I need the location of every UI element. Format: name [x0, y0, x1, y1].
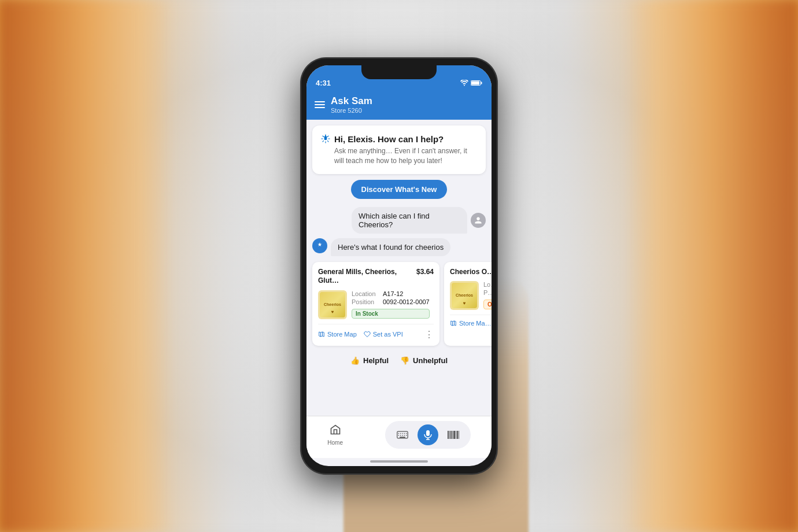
home-icon — [330, 424, 341, 438]
position-label-1: Position — [352, 298, 380, 305]
svg-rect-24 — [426, 430, 430, 436]
products-row: General Mills, Cheerios, Glut… $3.64 Che… — [306, 258, 492, 349]
bot-message: Here's what I found for cheerios — [312, 238, 450, 256]
product-card-2: Cheerios O… Cheerios ♥ L — [444, 262, 492, 346]
home-label: Home — [327, 439, 343, 446]
thumbs-down-icon: 👎 — [400, 356, 409, 365]
scroll-content[interactable]: Hi, Elexis. How can I help? Ask me anyth… — [306, 120, 492, 416]
detail-location-row-2: Lo… — [483, 281, 492, 288]
product-details-1: Location A17-12 Position 0092-0012-0007 … — [352, 290, 430, 319]
set-vpi-label-1: Set as VPI — [373, 331, 403, 338]
keyboard-icon — [397, 431, 408, 439]
detail-position-row-1: Position 0092-0012-0007 — [352, 298, 430, 305]
wifi-icon — [460, 80, 468, 87]
status-icons — [460, 80, 482, 88]
unhelpful-label: Unhelpful — [413, 356, 448, 365]
bot-avatar — [312, 238, 327, 253]
product-header-1: General Mills, Cheerios, Glut… $3.64 — [318, 268, 434, 286]
stock-badge-2: Out of Stock — [483, 300, 492, 309]
detail-position-row-2: P… — [483, 289, 492, 296]
bottom-nav: Home — [306, 416, 492, 458]
product-image-1: Cheerios ♥ — [318, 290, 347, 319]
product-body-1: Cheerios ♥ Location A17-12 Pos — [318, 290, 434, 319]
bot-bubble: Here's what I found for cheerios — [331, 238, 450, 256]
app-title: Ask Sam — [331, 95, 372, 107]
app-header: Ask Sam Store 5260 — [306, 91, 492, 120]
product-name-1: General Mills, Cheerios, Glut… — [318, 268, 399, 286]
helpful-label: Helpful — [363, 356, 389, 365]
product-card-1: General Mills, Cheerios, Glut… $3.64 Che… — [312, 262, 439, 346]
position-label-2: P… — [483, 289, 492, 296]
location-label-1: Location — [352, 290, 380, 297]
microphone-button[interactable] — [418, 424, 438, 445]
microphone-icon — [424, 430, 432, 440]
svg-line-8 — [323, 136, 324, 137]
user-bubble: Which aisle can I find Cheerios? — [352, 207, 467, 234]
map-icon-1 — [318, 331, 325, 338]
svg-rect-27 — [448, 431, 449, 439]
stock-badge-1: In Stock — [352, 309, 430, 319]
greeting-title: Hi, Elexis. How can I help? — [334, 134, 444, 144]
header-title-group: Ask Sam Store 5260 — [331, 95, 372, 114]
location-label-2: Lo… — [483, 281, 492, 288]
phone-screen: 4:31 — [306, 65, 492, 466]
shelf-right — [625, 0, 798, 532]
nav-home[interactable]: Home — [327, 424, 343, 446]
feedback-row: 👍 Helpful 👎 Unhelpful — [306, 349, 492, 372]
unhelpful-button[interactable]: 👎 Unhelpful — [400, 356, 448, 365]
svg-line-9 — [327, 141, 328, 142]
barcode-button[interactable] — [445, 427, 461, 443]
product-details-2: Lo… P… Out of Stock — [483, 281, 492, 309]
svg-rect-2 — [471, 82, 479, 85]
house-icon — [330, 424, 341, 435]
user-avatar — [471, 213, 486, 228]
phone-scene: 4:31 — [301, 58, 497, 474]
position-value-1: 0092-0012-0007 — [383, 298, 430, 305]
svg-rect-29 — [450, 431, 452, 439]
cheerios-box-1: Cheerios ♥ — [320, 292, 345, 317]
hamburger-icon[interactable] — [315, 101, 325, 108]
status-time: 4:31 — [316, 79, 331, 88]
phone-shell: 4:31 — [301, 58, 497, 474]
nav-center-group — [385, 421, 471, 449]
more-button-1[interactable]: ⋮ — [424, 329, 434, 340]
barcode-icon — [447, 430, 460, 439]
svg-rect-32 — [456, 431, 456, 439]
svg-point-3 — [324, 138, 327, 141]
discover-button[interactable]: Discover What's New — [351, 180, 448, 199]
location-value-1: A17-12 — [383, 290, 403, 297]
detail-location-row-1: Location A17-12 — [352, 290, 430, 297]
product-header-2: Cheerios O… — [450, 268, 492, 277]
card-actions-2: Store Ma… — [450, 315, 492, 327]
phone-notch — [361, 65, 437, 79]
helpful-button[interactable]: 👍 Helpful — [350, 356, 389, 365]
svg-line-11 — [327, 136, 328, 137]
product-name-2: Cheerios O… — [450, 268, 492, 277]
greeting-subtitle: Ask me anything… Even if I can't answer,… — [334, 146, 478, 166]
app-subtitle: Store 5260 — [331, 107, 372, 114]
cheerios-box-2: Cheerios ♥ — [452, 283, 477, 308]
svg-rect-1 — [481, 82, 482, 84]
keyboard-button[interactable] — [394, 427, 411, 443]
svg-rect-30 — [452, 431, 453, 439]
svg-rect-33 — [457, 431, 458, 439]
card-actions-1: Store Map Set as VPI ⋮ — [318, 324, 434, 340]
chat-area: Which aisle can I find Cheerios? Here's — [306, 205, 492, 258]
vpi-icon-1 — [364, 331, 371, 338]
svg-rect-28 — [449, 431, 450, 439]
store-map-label-2: Store Ma… — [459, 320, 492, 327]
product-image-2: Cheerios ♥ — [450, 281, 479, 310]
set-vpi-button-1[interactable]: Set as VPI — [364, 331, 403, 338]
store-map-button-1[interactable]: Store Map — [318, 331, 357, 338]
map-icon-2 — [450, 320, 457, 327]
shelf-left — [0, 0, 173, 532]
svg-line-10 — [323, 141, 324, 142]
svg-rect-31 — [453, 431, 455, 439]
user-message: Which aisle can I find Cheerios? — [352, 207, 486, 234]
home-indicator — [370, 460, 428, 463]
product-body-2: Cheerios ♥ Lo… P… — [450, 281, 492, 310]
walmart-star-icon — [320, 134, 331, 144]
store-map-button-2[interactable]: Store Ma… — [450, 320, 492, 327]
battery-icon — [471, 80, 482, 87]
svg-rect-34 — [459, 431, 459, 439]
